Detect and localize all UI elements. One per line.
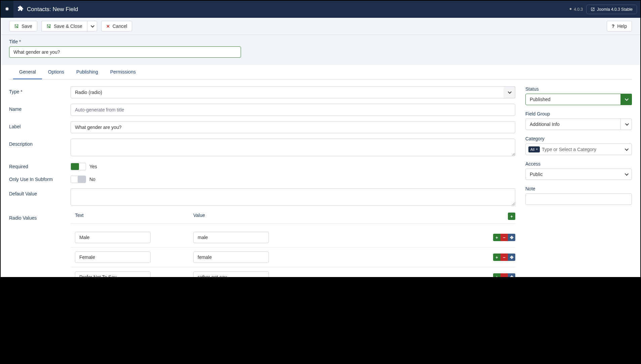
radio-row: + − ✥ <box>71 247 515 267</box>
field-group-label: Field Group <box>525 111 632 117</box>
move-row-button[interactable]: ✥ <box>508 234 515 241</box>
required-value: Yes <box>89 164 97 169</box>
add-row-button[interactable]: + <box>508 213 515 220</box>
type-label: Type * <box>9 86 71 94</box>
radio-value-input[interactable] <box>193 252 269 263</box>
required-label: Required <box>9 164 71 169</box>
save-button[interactable]: 🖫 Save <box>9 21 37 32</box>
radio-text-input[interactable] <box>75 271 151 277</box>
default-value-label: Default Value <box>9 188 71 196</box>
subform-label: Only Use In Subform <box>9 177 71 182</box>
help-icon: ? <box>612 24 615 29</box>
note-label: Note <box>525 186 632 191</box>
move-row-button[interactable]: ✥ <box>508 273 515 277</box>
header-bar: Contacts: New Field 4.0.3 Joomla 4.0.3 S… <box>1 1 640 18</box>
joomla-logo-icon[interactable] <box>1 1 13 18</box>
subform-toggle[interactable] <box>71 176 86 183</box>
close-icon: ✕ <box>106 24 110 29</box>
radio-text-input[interactable] <box>75 252 151 263</box>
subform-value: No <box>89 177 95 182</box>
field-group-select[interactable]: Additional Info <box>525 119 632 130</box>
radio-row: + − ✥ <box>71 267 515 277</box>
radio-value-input[interactable] <box>193 232 269 243</box>
save-icon: 🖫 <box>46 24 51 29</box>
name-label: Name <box>9 104 71 112</box>
radio-values-label: Radio Values <box>9 213 71 221</box>
save-dropdown-button[interactable] <box>87 21 97 32</box>
tab-publishing[interactable]: Publishing <box>70 65 104 79</box>
radio-header-text: Text <box>71 213 193 220</box>
add-row-button[interactable]: + <box>493 273 500 277</box>
radio-row: + − ✥ <box>71 228 515 247</box>
add-row-button[interactable]: + <box>493 254 500 261</box>
note-input[interactable] <box>525 193 632 205</box>
title-input[interactable] <box>9 46 241 58</box>
page-title: Contacts: New Field <box>27 6 78 13</box>
tab-options[interactable]: Options <box>42 65 70 79</box>
radio-value-input[interactable] <box>193 271 269 277</box>
cancel-button[interactable]: ✕ Cancel <box>101 21 132 32</box>
default-value-input[interactable] <box>71 188 515 206</box>
radio-text-input[interactable] <box>75 232 151 243</box>
save-close-button[interactable]: 🖫 Save & Close <box>41 21 87 32</box>
access-select[interactable]: Public <box>525 169 632 180</box>
remove-row-button[interactable]: − <box>500 234 508 241</box>
category-label: Category <box>525 136 632 141</box>
title-label: Title * <box>9 39 632 44</box>
description-input[interactable] <box>71 139 515 156</box>
save-icon: 🖫 <box>14 24 19 29</box>
type-select[interactable]: Radio (radio) <box>71 86 515 98</box>
tab-general[interactable]: General <box>13 65 42 79</box>
category-select[interactable]: All × Type or Select a Category <box>525 143 632 155</box>
access-label: Access <box>525 161 632 167</box>
version-small[interactable]: 4.0.3 <box>569 7 583 12</box>
name-input[interactable] <box>71 104 515 116</box>
move-row-button[interactable]: ✥ <box>508 254 515 261</box>
required-toggle[interactable] <box>71 163 86 170</box>
help-button[interactable]: ? Help <box>607 21 632 32</box>
status-label: Status <box>525 86 632 92</box>
label-input[interactable] <box>71 121 515 133</box>
label-label: Label <box>9 121 71 129</box>
add-row-button[interactable]: + <box>493 234 500 241</box>
remove-chip-icon[interactable]: × <box>536 147 538 151</box>
status-select[interactable]: Published <box>525 94 632 105</box>
puzzle-icon <box>17 5 24 13</box>
remove-row-button[interactable]: − <box>500 254 508 261</box>
version-badge[interactable]: Joomla 4.0.3 Stable <box>586 5 637 14</box>
chevron-down-icon <box>91 24 94 28</box>
remove-row-button[interactable]: − <box>500 273 508 277</box>
radio-header-value: Value <box>193 213 508 220</box>
description-label: Description <box>9 139 71 147</box>
title-area: Title * <box>1 35 640 65</box>
category-chip[interactable]: All × <box>528 146 540 152</box>
toolbar: 🖫 Save 🖫 Save & Close ✕ Cancel ? Help <box>1 18 640 35</box>
tabs: General Options Publishing Permissions <box>9 65 632 80</box>
tab-permissions[interactable]: Permissions <box>104 65 142 79</box>
